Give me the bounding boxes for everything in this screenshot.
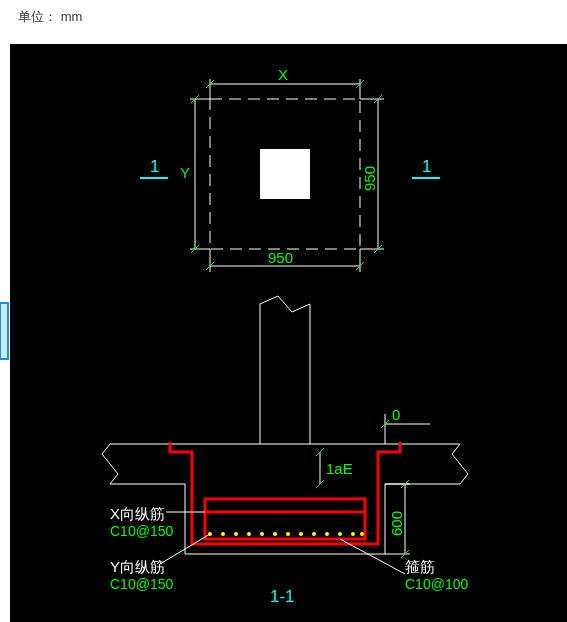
y-bar-label: Y向纵筋 xyxy=(110,558,165,575)
plan-dim-left: Y xyxy=(180,95,210,253)
x-bar-label: X向纵筋 xyxy=(110,505,165,522)
svg-point-47 xyxy=(360,532,364,536)
unit-prefix: 单位： xyxy=(18,9,57,24)
unit-label: 单位： mm xyxy=(18,8,82,26)
plan-dim-right-value: 950 xyxy=(361,166,378,191)
svg-point-43 xyxy=(312,532,316,536)
plan-dim-top: X xyxy=(206,66,364,99)
stirrup-label: 箍筋 xyxy=(405,558,435,575)
drawing-svg: X Y 950 xyxy=(10,44,567,622)
selected-thumb-indicator[interactable] xyxy=(0,302,9,360)
svg-point-37 xyxy=(234,532,238,536)
section-depth-dim: 600 xyxy=(385,480,410,558)
section-cut-left: 1 xyxy=(140,157,168,178)
svg-text:1: 1 xyxy=(422,157,431,176)
svg-point-38 xyxy=(247,532,251,536)
svg-point-36 xyxy=(221,532,225,536)
plan-view: X Y 950 xyxy=(140,66,440,272)
plan-dim-y-label: Y xyxy=(180,164,190,181)
svg-text:1aE: 1aE xyxy=(326,460,353,477)
plan-dim-x-label: X xyxy=(278,66,288,83)
section-y-bar-dots xyxy=(208,532,364,536)
cad-canvas: X Y 950 xyxy=(10,44,567,622)
svg-point-46 xyxy=(351,532,355,536)
svg-point-39 xyxy=(260,532,264,536)
plan-dim-right: 950 xyxy=(360,95,384,253)
svg-point-40 xyxy=(273,532,277,536)
plan-dim-bottom: 950 xyxy=(206,249,364,272)
section-cut-right: 1 xyxy=(412,157,440,178)
svg-point-45 xyxy=(338,532,342,536)
section-anchorage-label: 1aE xyxy=(316,448,353,488)
section-view: 0 xyxy=(102,296,468,606)
unit-value: mm xyxy=(61,9,83,24)
section-ground: 0 xyxy=(102,406,468,484)
plan-column xyxy=(260,149,310,199)
svg-text:600: 600 xyxy=(388,511,405,536)
section-title: 1-1 xyxy=(270,587,295,606)
plan-dim-bottom-value: 950 xyxy=(268,249,293,266)
y-bar-spec: C10@150 xyxy=(110,576,173,592)
svg-point-42 xyxy=(299,532,303,536)
svg-point-41 xyxy=(286,532,290,536)
section-column xyxy=(260,296,310,444)
svg-point-44 xyxy=(325,532,329,536)
x-bar-spec: C10@150 xyxy=(110,523,173,539)
svg-text:1: 1 xyxy=(150,157,159,176)
section-overhang-value: 0 xyxy=(392,406,400,423)
stirrup-spec: C10@100 xyxy=(405,576,468,592)
